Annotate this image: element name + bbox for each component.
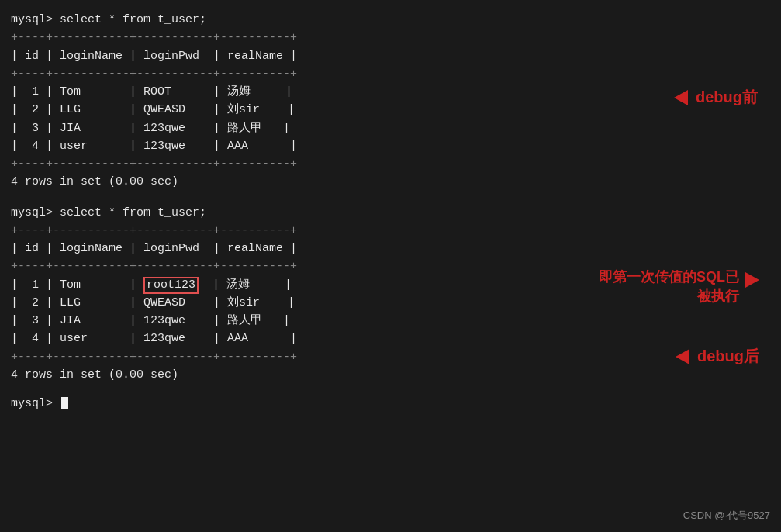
annotation-debug-after: debug后 (676, 346, 759, 367)
debug-before-label: debug前 (696, 87, 758, 108)
annotation-debug-before: debug前 (674, 87, 758, 108)
sep2-top: +----+-----------+-----------+----------… (11, 222, 770, 240)
arrow-debug-after-icon (676, 349, 689, 364)
block1: mysql> select * from t_user; +----+-----… (11, 11, 770, 192)
arrow-sql-executed-icon (745, 272, 759, 288)
header2: | id | loginName | loginPwd | realName | (11, 240, 770, 257)
command2: mysql> select * from t_user; (11, 204, 770, 222)
arrow-debug-before-icon (674, 90, 688, 105)
sql-executed-label-2: 被执行 (697, 287, 739, 306)
annotation-sql-executed: 即第一次传值的SQL已 被执行 (599, 268, 759, 306)
row1-1: | 1 | Tom | ROOT | 汤姆 | (11, 83, 770, 101)
header1: | id | loginName | loginPwd | realName | (11, 47, 770, 65)
cursor (61, 397, 68, 409)
sep2-bot: +----+-----------+-----------+----------… (11, 348, 770, 366)
sep1-bot: +----+-----------+-----------+----------… (11, 155, 770, 173)
command1: mysql> select * from t_user; (11, 11, 770, 29)
row2-3: | 3 | JIA | 123qwe | 路人甲 | (11, 312, 770, 330)
row2-4: | 4 | user | 123qwe | AAA | (11, 330, 770, 347)
row1-3: | 3 | JIA | 123qwe | 路人甲 | (11, 119, 770, 137)
debug-after-label: debug后 (697, 346, 759, 367)
row1-2: | 2 | LLG | QWEASD | 刘sir | (11, 101, 770, 119)
highlighted-pwd: root123 (143, 277, 199, 294)
watermark: CSDN @·代号9527 (683, 509, 770, 523)
sep1-top: +----+-----------+-----------+----------… (11, 29, 770, 47)
terminal: mysql> select * from t_user; +----+-----… (0, 0, 781, 532)
final-prompt-line: mysql> (11, 395, 770, 413)
sql-executed-label-1: 即第一次传值的SQL已 (599, 268, 739, 287)
footer1: 4 rows in set (0.00 sec) (11, 173, 770, 191)
final-prompt: mysql> (11, 397, 60, 410)
sep1-mid: +----+-----------+-----------+----------… (11, 65, 770, 83)
row1-4: | 4 | user | 123qwe | AAA | (11, 137, 770, 155)
footer2: 4 rows in set (0.00 sec) (11, 366, 770, 384)
